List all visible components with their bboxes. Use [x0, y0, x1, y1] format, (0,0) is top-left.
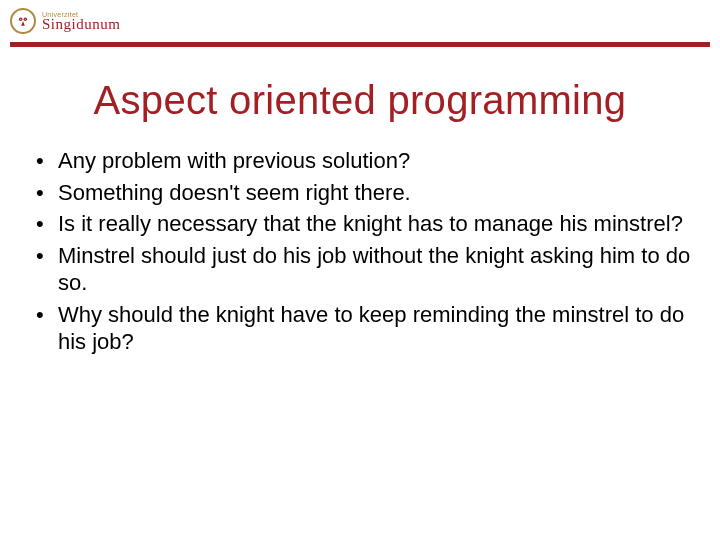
slide-title: Aspect oriented programming	[30, 78, 690, 123]
list-item: Any problem with previous solution?	[28, 147, 692, 175]
list-item: Why should the knight have to keep remin…	[28, 301, 692, 356]
logo-name: Singidunum	[42, 17, 120, 32]
svg-point-2	[20, 19, 21, 20]
header-divider	[10, 42, 710, 47]
logo-text: Univerzitet Singidunum	[42, 11, 120, 32]
list-item: Something doesn't seem right there.	[28, 179, 692, 207]
university-logo: Univerzitet Singidunum	[10, 8, 120, 34]
bullet-list: Any problem with previous solution? Some…	[28, 147, 692, 356]
slide: Univerzitet Singidunum Aspect oriented p…	[0, 0, 720, 540]
logo-emblem-icon	[10, 8, 36, 34]
owl-icon	[16, 14, 30, 28]
slide-header: Univerzitet Singidunum	[0, 0, 720, 60]
list-item: Minstrel should just do his job without …	[28, 242, 692, 297]
list-item: Is it really necessary that the knight h…	[28, 210, 692, 238]
slide-content: Any problem with previous solution? Some…	[28, 147, 692, 356]
svg-point-3	[25, 19, 26, 20]
